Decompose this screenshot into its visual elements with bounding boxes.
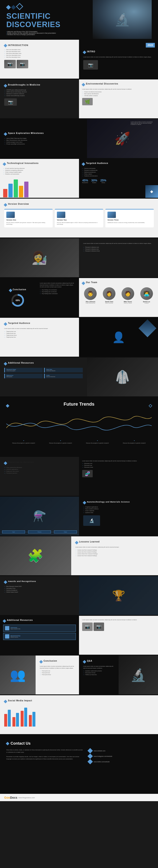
nano-bullets: Graphene applications Nano-medicine deli… — [83, 506, 154, 513]
nano-left-img: ⚗️ Input → Process → Output — [0, 497, 79, 535]
tech-title: Technological Innovations — [7, 162, 38, 164]
nano-diagram: Input → Process → Output — [2, 530, 77, 533]
nano-title-row: Nanotechnology and Materials Science — [83, 501, 154, 505]
slide-resources1: Additional Resources Research Paper Acce… — [0, 358, 158, 396]
team-member-3: 🧑 Mike Torres Science Writer — [120, 287, 136, 304]
tech-diamond — [3, 162, 6, 166]
bar-2 — [8, 184, 12, 197]
future-header: Future Trends — [6, 401, 152, 410]
evolution-right-bullets: Discovery one Discovery two Discovery th… — [82, 463, 155, 468]
targeted-panel: Targeted Audience Science enthusiasts Re… — [79, 159, 158, 198]
awards-panel: Awards and Recognitions Best Research Aw… — [0, 576, 79, 615]
stat-3: 25% Industry — [100, 179, 106, 183]
team-member-1: 👨 Alex Johnson Lead Researcher — [82, 287, 99, 304]
awards-title-row: Awards and Recognitions — [4, 580, 75, 584]
resources-diamond — [4, 362, 7, 366]
nano-overlay — [0, 497, 79, 535]
evolution-right: Lorem ipsum dolor sit amet consectetur a… — [79, 457, 158, 496]
future-wave-chart — [6, 411, 152, 436]
team-member-2: 👩 Sarah Chen Data Scientist — [101, 287, 117, 304]
env-title: Environmental Discoveries — [86, 83, 118, 85]
conclusion2-bullets: Final point one Final point two Final po… — [40, 670, 75, 675]
conclusion-circle: 69% — [11, 294, 24, 307]
slide-versions: Version Overview Version One Discuss abo… — [0, 198, 158, 238]
future-diamond-right — [149, 404, 152, 407]
resources2-icon-1 — [5, 626, 9, 630]
social-bar-3a — [21, 711, 24, 726]
people-overlay — [0, 238, 79, 277]
resource-card-2: Data Sets Download datasets — [44, 368, 83, 372]
lessons-diamond — [75, 541, 78, 544]
intro-left: INTRODUCTION Item one description here I… — [0, 40, 79, 79]
diamond-accent-3 — [16, 3, 23, 10]
avatar-3: 🧑 — [122, 287, 134, 300]
footer-logo-part2: Docs — [10, 796, 17, 799]
env-bullets: Ocean microbiome discoveries New species… — [82, 91, 155, 96]
team-title-row: Our Team — [82, 281, 155, 285]
resources2-diamond — [3, 619, 6, 623]
social-bar-1b — [8, 710, 11, 726]
avatar-4: 👩‍💻 — [140, 287, 153, 300]
contact-title-row: Contact Us — [6, 741, 152, 746]
space-right-text: Lorem ipsum dolor sit amet consectetur a… — [131, 121, 156, 125]
resource-card-4: Links External resources — [44, 374, 83, 378]
conclusion-panel: Conclusion 69% Lorem ipsum dolor sit ame… — [0, 278, 79, 317]
conclusion2-title-row: Conclusion — [40, 660, 75, 664]
social-bar-2a — [12, 717, 16, 726]
people-content: Lorem ipsum dolor sit amet consectetur a… — [79, 238, 158, 277]
people-bullet-list: Research milestone one Research mileston… — [83, 247, 100, 252]
awards-diamond — [4, 581, 7, 584]
qa-title: Q&A — [87, 660, 92, 662]
qa-left: Q&A Lorem ipsum dolor sit amet consectet… — [79, 655, 119, 694]
twitter-icon — [87, 759, 93, 764]
resources-title: Additional Resources — [8, 362, 34, 364]
resources2-card-2: Nanotechnology Material science — [3, 633, 76, 640]
version-cards-container: Version One Discuss about CRISPR and gen… — [4, 209, 154, 227]
avatar-1: 👨 — [84, 287, 97, 300]
lessons-title-row: Lessons Learned — [75, 540, 154, 545]
social-group-4 — [29, 712, 35, 726]
resources2-icon-2 — [5, 634, 9, 639]
nano-right: Nanotechnology and Materials Science Gra… — [79, 497, 158, 535]
footer: GooDocs www.thegoodocs.com — [0, 794, 158, 801]
conclusion-bullets: Key finding one conclusion Key finding t… — [40, 289, 75, 294]
conclusion-title: Conclusion — [12, 288, 26, 291]
resources2-title-row: Additional Resources — [3, 619, 76, 623]
conclusion2-panel: 👥 Conclusion Lorem ipsum dolor sit amet … — [0, 655, 79, 694]
lessons-right: Lessons Learned Lorem ipsum dolor sit am… — [71, 536, 158, 575]
nano-box-1: Input — [2, 530, 25, 533]
hero-bullets: Welcome and Recap of the 2022 Presentati… — [6, 31, 93, 35]
evolution-title: Evolution in Genetics — [8, 461, 34, 463]
intro-img2: 📷 — [17, 60, 28, 68]
contact-twitter: www.twitter.com/website — [88, 760, 152, 764]
contact-right: www.website.com www.instagram.com/websit… — [88, 749, 152, 765]
targeted2-left: Targeted Audience Lorem ipsum dolor sit … — [0, 318, 79, 356]
qa-bullets: Question submission process Discussion f… — [83, 670, 114, 675]
year-badge: 2022 — [146, 43, 155, 48]
targeted-bullets: Science enthusiasts Research professiona… — [82, 168, 155, 177]
intro-title: INTRODUCTION — [8, 44, 28, 47]
env-text: Lorem ipsum dolor sit amet consectetur a… — [82, 88, 155, 90]
evolution-img-row: 🧬 — [82, 470, 155, 477]
break-diamond — [4, 84, 7, 87]
qa-right-img: 🔬 — [119, 655, 158, 694]
targeted2-text: Lorem ipsum dolor sit amet consectetur a… — [4, 328, 75, 330]
version-img-2 — [57, 212, 65, 218]
lessons-text: Lorem ipsum dolor sit amet consectetur a… — [75, 546, 154, 548]
social-bar-3b — [24, 708, 27, 726]
space-bullets: James Webb Telescope first images Mars P… — [4, 138, 83, 145]
tech-panel: Technological Innovations AI and machine… — [0, 159, 79, 198]
slide-resources2: Additional Resources Astronomy Space res… — [0, 616, 158, 655]
conclusion-left: Conclusion 69% — [0, 278, 35, 317]
resources2-card-1: Astronomy Space research links — [3, 625, 76, 632]
contact-twitter-text: www.twitter.com/website — [94, 761, 110, 763]
slide-tech-targeted: Technological Innovations AI and machine… — [0, 159, 158, 198]
tech-chart — [3, 176, 76, 197]
resources2-text: Lorem ipsum dolor sit amet consectetur a… — [82, 619, 155, 621]
wave-svg — [6, 411, 152, 436]
qa-title-row: Q&A — [83, 660, 114, 664]
slide-hero: SCIENTIFIC DISCOVERIES Welcome and Recap… — [0, 0, 158, 39]
versions-title: Version Overview — [8, 203, 29, 205]
wave-line-1 — [6, 416, 152, 428]
resources2-imgs: 📷 📷 — [82, 622, 155, 631]
